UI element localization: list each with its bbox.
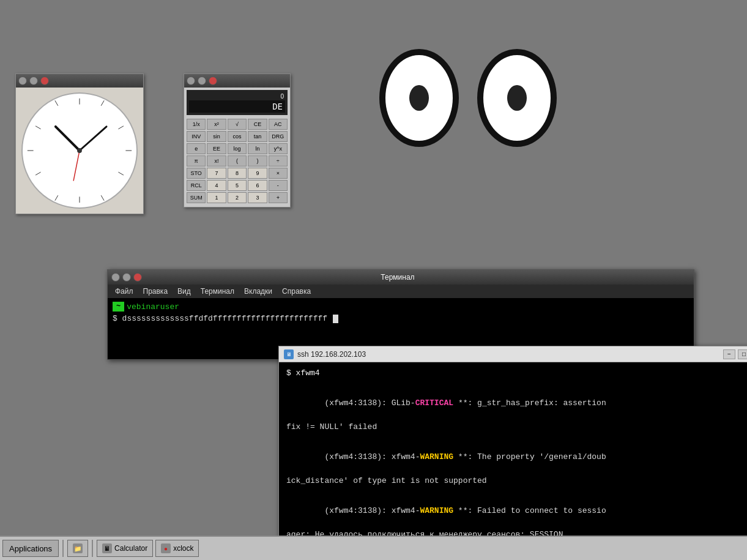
calc-btn-plus[interactable]: + — [269, 192, 288, 203]
calc-btn-2[interactable]: 2 — [228, 192, 247, 203]
calc-display-area: 0 DE — [187, 90, 288, 115]
clock-svg — [23, 94, 136, 207]
calc-btn-fact[interactable]: x! — [207, 155, 226, 166]
ssh-minimize-btn[interactable]: − — [723, 349, 735, 359]
taskbar-separator-1 — [62, 540, 64, 557]
calc-btn-ee[interactable]: EE — [207, 143, 226, 154]
svg-line-6 — [118, 172, 124, 175]
desktop: 0 DE 1/x x² √ CE AC INV sin cos tan DRG … — [0, 0, 747, 536]
calc-btn-ce[interactable]: CE — [248, 119, 267, 130]
taskbar-item-calculator[interactable]: 🖩 Calculator — [97, 540, 153, 557]
terminal-menu-tabs[interactable]: Вкладки — [239, 286, 277, 297]
svg-line-4 — [101, 100, 104, 106]
calc-btn-yx[interactable]: y^x — [269, 143, 288, 154]
svg-line-9 — [35, 172, 41, 175]
terminal-close-btn[interactable] — [133, 273, 142, 282]
calc-row-6: RCL 4 5 6 - — [187, 180, 288, 191]
clock-titlebar-controls[interactable] — [18, 77, 49, 85]
calc-btn-sum[interactable]: SUM — [187, 192, 206, 203]
xclock-icon: ● — [161, 543, 171, 553]
terminal-username: vebinaruser — [127, 302, 179, 312]
taskbar-item-xclock[interactable]: ● xclock — [155, 540, 199, 557]
calc-btn-rcl[interactable]: RCL — [187, 180, 206, 191]
ssh-titlebar-controls[interactable]: − □ — [723, 349, 747, 359]
calc-btn-sin[interactable]: sin — [207, 131, 226, 142]
calc-btn-9[interactable]: 9 — [248, 168, 267, 179]
calc-maximize-btn[interactable] — [198, 77, 206, 85]
folder-icon: 📁 — [73, 543, 83, 553]
terminal-user-badge: ~ — [113, 302, 124, 312]
calc-btn-x2[interactable]: x² — [207, 119, 226, 130]
terminal-menu-file[interactable]: Файл — [110, 286, 138, 297]
ssh-line-6: (xfwm4:3138): xfwm4-WARNING **: Failed t… — [286, 493, 747, 529]
svg-line-10 — [35, 126, 41, 129]
calc-btn-6[interactable]: 6 — [248, 180, 267, 191]
calc-row-5: STO 7 8 9 × — [187, 168, 288, 179]
calc-btn-drg[interactable]: DRG — [269, 131, 288, 142]
ssh-app-icon: 🖥 — [284, 349, 294, 359]
ssh-window: 🖥 ssh 192.168.202.103 − □ $ xfwm4 (xfwm4… — [278, 346, 747, 560]
calc-btn-pi[interactable]: π — [187, 155, 206, 166]
calc-btn-sqrt[interactable]: √ — [228, 119, 247, 130]
terminal-menu-terminal[interactable]: Терминал — [196, 286, 239, 297]
svg-line-13 — [80, 127, 106, 151]
calc-row-1: 1/x x² √ CE AC — [187, 119, 288, 130]
calc-titlebar-controls[interactable] — [187, 77, 217, 85]
applications-button[interactable]: Applications — [2, 540, 59, 557]
calc-btn-ln[interactable]: ln — [248, 143, 267, 154]
right-pupil — [507, 85, 527, 111]
calc-btn-close-paren[interactable]: ) — [248, 155, 267, 166]
terminal-titlebar-controls[interactable] — [111, 273, 142, 282]
svg-line-8 — [55, 195, 58, 201]
svg-line-5 — [118, 126, 124, 129]
ssh-titlebar: 🖥 ssh 192.168.202.103 − □ — [279, 346, 747, 362]
calc-btn-cos[interactable]: cos — [228, 131, 247, 142]
calc-buttons: 1/x x² √ CE AC INV sin cos tan DRG e EE … — [184, 118, 290, 207]
terminal-title: Терминал — [142, 273, 653, 282]
calc-btn-inv-x[interactable]: 1/x — [187, 119, 206, 130]
calc-btn-8[interactable]: 8 — [228, 168, 247, 179]
clock-close-btn[interactable] — [40, 77, 49, 85]
taskbar-xclock-label: xclock — [173, 544, 193, 553]
taskbar-separator-2 — [92, 540, 93, 557]
taskbar-item-folder[interactable]: 📁 — [67, 540, 88, 557]
ssh-line-5: ick_distance' of type int is not support… — [286, 475, 747, 487]
calc-display-main: DE — [189, 100, 285, 113]
calc-btn-multiply[interactable]: × — [269, 168, 288, 179]
eyes-decoration — [379, 49, 557, 147]
calc-btn-log[interactable]: log — [228, 143, 247, 154]
ssh-maximize-btn[interactable]: □ — [738, 349, 747, 359]
terminal-menu-edit[interactable]: Правка — [138, 286, 173, 297]
calc-btn-inv[interactable]: INV — [187, 131, 206, 142]
calc-btn-1[interactable]: 1 — [207, 192, 226, 203]
ssh-blank-1 — [286, 379, 747, 386]
terminal-menu-view[interactable]: Вид — [173, 286, 196, 297]
terminal-maximize-btn[interactable] — [122, 273, 131, 282]
calc-btn-sto[interactable]: STO — [187, 168, 206, 179]
calc-btn-divide[interactable]: ÷ — [269, 155, 288, 166]
ssh-blank-2 — [286, 433, 747, 439]
clock-window — [15, 73, 144, 214]
terminal-minimize-btn[interactable] — [111, 273, 120, 282]
calc-btn-ac[interactable]: AC — [269, 119, 288, 130]
calc-btn-e[interactable]: e — [187, 143, 206, 154]
calc-close-btn[interactable] — [209, 77, 217, 85]
calc-titlebar — [184, 74, 290, 88]
svg-line-7 — [101, 195, 104, 201]
calc-minimize-btn[interactable] — [187, 77, 195, 85]
calc-btn-open-paren[interactable]: ( — [228, 155, 247, 166]
calc-btn-minus[interactable]: - — [269, 180, 288, 191]
clock-minimize-btn[interactable] — [18, 77, 27, 85]
clock-maximize-btn[interactable] — [29, 77, 38, 85]
ssh-content[interactable]: $ xfwm4 (xfwm4:3138): GLib-CRITICAL **: … — [279, 362, 747, 560]
calc-btn-tan[interactable]: tan — [248, 131, 267, 142]
calc-btn-3[interactable]: 3 — [248, 192, 267, 203]
ssh-line-1: $ xfwm4 — [286, 367, 747, 379]
calc-btn-5[interactable]: 5 — [228, 180, 247, 191]
calc-btn-4[interactable]: 4 — [207, 180, 226, 191]
terminal-menu-help[interactable]: Справка — [277, 286, 316, 297]
svg-line-14 — [73, 151, 80, 181]
svg-point-15 — [77, 148, 82, 153]
right-eye — [477, 49, 557, 147]
calc-btn-7[interactable]: 7 — [207, 168, 226, 179]
